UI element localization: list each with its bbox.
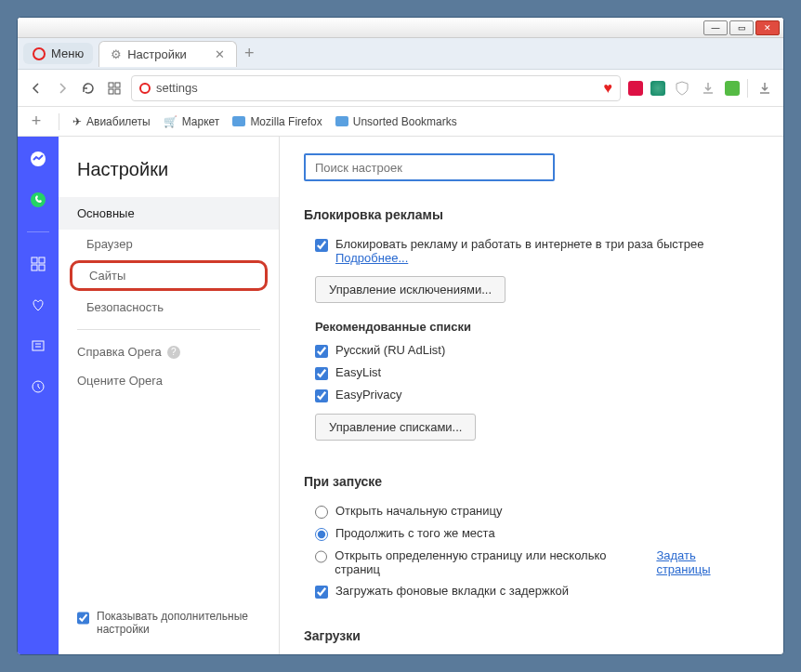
bookmark-mozilla[interactable]: Mozilla Firefox [232, 115, 322, 128]
svg-rect-0 [109, 83, 113, 87]
minimize-button[interactable]: — [703, 20, 728, 35]
whatsapp-icon[interactable] [29, 191, 47, 209]
manage-exceptions-button[interactable]: Управление исключениями... [315, 276, 506, 303]
nav-browser[interactable]: Браузер [59, 230, 279, 258]
close-button[interactable]: ✕ [755, 20, 780, 35]
grid-icon[interactable] [29, 255, 47, 273]
downloads-title: Загрузки [304, 628, 759, 643]
startup-continue-radio[interactable] [315, 528, 328, 541]
show-advanced-cb[interactable] [77, 612, 89, 625]
load-bg-checkbox[interactable] [315, 586, 328, 599]
download-icon-2[interactable] [755, 79, 774, 98]
bookmark-market[interactable]: 🛒 Маркет [164, 115, 220, 128]
list-ru-checkbox[interactable] [315, 345, 328, 358]
new-tab-button[interactable]: + [244, 44, 255, 63]
startup-home-label: Открыть начальную страницу [335, 504, 503, 518]
svg-rect-7 [39, 257, 45, 263]
plane-icon: ✈ [72, 115, 82, 128]
extension-icon-2[interactable] [650, 81, 665, 96]
svg-rect-2 [109, 89, 113, 94]
reload-button[interactable] [79, 79, 98, 98]
manage-lists-button[interactable]: Управление списками... [315, 414, 476, 441]
add-bookmark-button[interactable]: + [27, 112, 46, 131]
heart-outline-icon[interactable] [29, 296, 47, 314]
settings-main: Блокировка рекламы Блокировать рекламу и… [280, 137, 783, 654]
gear-icon: ⚙ [111, 47, 122, 61]
nav-security[interactable]: Безопасность [59, 293, 279, 322]
nav-basic[interactable]: Основные [59, 197, 279, 230]
startup-title: При запуске [304, 474, 759, 489]
extension-icon-1[interactable] [628, 81, 643, 96]
messenger-icon[interactable] [29, 150, 47, 168]
settings-title: Настройки [59, 137, 279, 197]
menu-button[interactable]: Меню [23, 43, 93, 64]
maximize-button[interactable]: ▭ [729, 20, 754, 35]
address-input[interactable] [156, 81, 598, 95]
site-icon [139, 83, 151, 94]
bookmark-heart-icon[interactable]: ♥ [604, 80, 613, 97]
list-easylist-label: EasyList [335, 365, 381, 379]
svg-rect-1 [115, 83, 120, 87]
extension-icon-3[interactable] [725, 81, 740, 96]
app-window: — ▭ ✕ Меню ⚙ Настройки ✕ + ♥ [17, 17, 784, 655]
svg-rect-9 [39, 265, 45, 270]
list-easyprivacy-checkbox[interactable] [315, 389, 328, 402]
svg-rect-3 [115, 89, 120, 94]
block-ads-checkbox[interactable] [315, 239, 328, 252]
tab-close-icon[interactable]: ✕ [215, 47, 225, 61]
menu-label: Меню [51, 46, 84, 60]
tab-bar: Меню ⚙ Настройки ✕ + [18, 38, 783, 70]
help-icon: ? [167, 346, 180, 359]
bookmark-unsorted[interactable]: Unsorted Bookmarks [335, 115, 457, 128]
news-icon[interactable] [29, 336, 47, 355]
settings-sidebar: Настройки Основные Браузер Сайты Безопас… [59, 137, 280, 654]
address-field-wrap: ♥ [131, 75, 621, 101]
list-easylist-checkbox[interactable] [315, 367, 328, 380]
settings-search-input[interactable] [304, 153, 555, 181]
list-easyprivacy-label: EasyPrivacy [335, 388, 402, 402]
address-bar: ♥ [18, 70, 783, 107]
divider [59, 113, 59, 130]
help-opera[interactable]: Справка Opera ? [59, 337, 279, 366]
bookmarks-bar: + ✈ Авиабилеты 🛒 Маркет Mozilla Firefox … [18, 107, 783, 137]
show-advanced-checkbox[interactable]: Показывать дополнительные настройки [59, 610, 279, 636]
set-pages-link[interactable]: Задать страницы [656, 548, 748, 576]
startup-home-radio[interactable] [315, 506, 328, 519]
forward-button[interactable] [53, 79, 72, 98]
shield-icon[interactable] [673, 79, 691, 98]
folder-icon [232, 116, 245, 126]
adblock-section: Блокировка рекламы Блокировать рекламу и… [304, 207, 759, 448]
svg-rect-6 [32, 257, 37, 263]
history-icon[interactable] [29, 377, 47, 396]
nav-sites[interactable]: Сайты [70, 260, 268, 291]
adblock-toggle-row: Блокировать рекламу и работать в интерне… [304, 233, 759, 269]
startup-specific-label: Открыть определенную страницу или нескол… [335, 548, 638, 576]
list-ru-label: Русский (RU AdList) [335, 343, 445, 357]
divider [747, 79, 748, 98]
tab-label: Настройки [127, 47, 187, 61]
settings-nav: Основные Браузер Сайты Безопасность Спра… [59, 197, 279, 395]
recommended-lists-title: Рекомендованные списки [315, 320, 748, 334]
content-area: Настройки Основные Браузер Сайты Безопас… [18, 137, 783, 654]
adblock-title: Блокировка рекламы [304, 207, 759, 222]
startup-specific-radio[interactable] [315, 550, 327, 563]
back-button[interactable] [27, 79, 46, 98]
svg-rect-10 [33, 341, 44, 350]
learn-more-link[interactable]: Подробнее... [335, 251, 408, 265]
load-bg-label: Загружать фоновые вкладки с задержкой [335, 584, 569, 598]
tab-settings[interactable]: ⚙ Настройки ✕ [98, 41, 237, 67]
titlebar: — ▭ ✕ [18, 18, 783, 38]
startup-continue-label: Продолжить с того же места [335, 526, 495, 540]
bookmark-aviabilety[interactable]: ✈ Авиабилеты [72, 115, 151, 128]
block-ads-label: Блокировать рекламу и работать в интерне… [335, 237, 703, 251]
folder-icon [335, 116, 348, 126]
divider [27, 231, 49, 232]
opera-logo-icon [33, 47, 46, 60]
rate-opera[interactable]: Оцените Opera [59, 366, 279, 395]
cart-icon: 🛒 [164, 115, 177, 128]
speed-dial-button[interactable] [105, 79, 124, 98]
app-sidebar [18, 137, 59, 654]
download-icon[interactable] [699, 79, 717, 98]
startup-section: При запуске Открыть начальную страницу П… [304, 474, 759, 602]
divider [77, 329, 260, 330]
